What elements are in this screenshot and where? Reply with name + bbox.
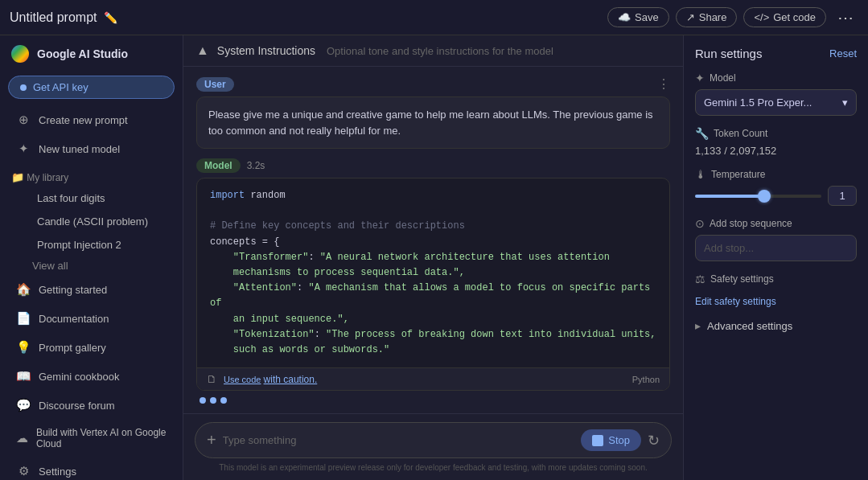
view-all-link[interactable]: View all [0,256,183,275]
sidebar-item-candle[interactable]: Candle (ASCII problem) [5,211,178,232]
model-label: ✦ Model [695,72,857,84]
sidebar-item-vertex[interactable]: ☁ Build with Vertex AI on Google Cloud [5,421,178,456]
get-api-key-button[interactable]: Get API key [8,76,175,99]
code-icon: </> [754,11,769,23]
sidebar-item-gemini-cookbook[interactable]: 📖 Gemini cookbook [5,363,178,390]
sidebar-item-getting-started[interactable]: 🏠 Getting started [5,276,178,303]
temperature-thumb [758,190,771,203]
code-line-8: "Tokenization": "The process of breaking… [210,327,656,343]
attach-button[interactable]: + [207,431,216,449]
code-lang-label: Python [632,375,660,384]
code-footer: 🗋 Use code with caution. Python [197,367,669,390]
my-library-label: My library [27,172,68,183]
code-line-5: mechanisms to process sequential data.", [210,265,656,281]
token-count-value: 1,133 / 2,097,152 [695,145,857,157]
code-line-4: "Transformer": "A neural network archite… [210,250,656,265]
temperature-slider[interactable] [695,195,821,198]
advanced-settings-label: Advanced settings [707,320,792,332]
temp-label-text: Temperature [711,169,765,180]
stop-seq-icon: ⊙ [695,217,705,230]
api-dot-icon [20,84,27,91]
user-message-block: User ⋮ Please give me a unique and creat… [196,76,670,149]
my-library-title: 📁 My library [0,163,183,187]
code-line-7: an input sequence.", [210,312,656,327]
save-button[interactable]: ☁️ Save [607,7,669,27]
code-footer-left: 🗋 Use code with caution. [207,373,317,385]
chevron-down-icon: ▾ [842,96,848,109]
panel-header: Run settings Reset [695,47,857,60]
temp-icon: 🌡 [695,168,706,181]
token-count-section: 🔧 Token Count 1,133 / 2,097,152 [695,127,857,157]
run-settings-panel: Run settings Reset ✦ Model Gemini 1.5 Pr… [683,35,868,480]
get-code-label: Get code [773,11,816,23]
tune-icon: ✦ [16,142,31,156]
new-tuned-label: New tuned model [39,143,120,155]
sidebar-item-prompt-injection[interactable]: Prompt Injection 2 [5,234,178,256]
sidebar-item-new-tuned-model[interactable]: ✦ New tuned model [5,135,178,162]
sidebar-item-documentation[interactable]: 📄 Documentation [5,305,178,332]
edit-safety-link[interactable]: Edit safety settings [695,296,776,307]
sidebar-item-prompt-gallery[interactable]: 💡 Prompt gallery [5,334,178,361]
prompt-title: Untitled prompt [10,10,97,25]
advanced-settings-toggle[interactable]: ▸ Advanced settings [695,319,792,332]
sidebar-header: Google AI Studio [0,35,183,72]
temperature-track [695,195,764,198]
gemini-cookbook-label: Gemini cookbook [39,371,119,383]
model-role-badge: Model [196,158,241,173]
sidebar-item-settings[interactable]: ⚙ Settings [5,457,178,480]
edit-icon[interactable]: ✏️ [104,11,117,24]
chat-area: User ⋮ Please give me a unique and creat… [183,67,683,413]
refresh-button[interactable]: ↻ [648,432,660,449]
model-icon: ✦ [695,72,705,84]
token-icon: 🔧 [695,127,709,140]
documentation-label: Documentation [39,313,109,325]
library-item-2-label: Prompt Injection 2 [37,239,121,251]
api-key-label: Get API key [33,81,88,93]
input-row: + Stop ↻ [195,422,672,458]
system-instructions-toggle[interactable]: ▲ [196,43,209,58]
run-settings-title: Run settings [695,47,762,60]
model-section: ✦ Model Gemini 1.5 Pro Exper... ▾ [695,72,857,116]
user-message-header: User ⋮ [196,76,670,92]
stop-sequence-input[interactable] [695,235,857,261]
prompt-gallery-label: Prompt gallery [39,342,106,354]
share-label: Share [699,11,727,23]
reset-button[interactable]: Reset [829,47,857,59]
stop-label: Stop [608,434,630,446]
share-button[interactable]: ↗ Share [676,7,738,27]
cookbook-icon: 📖 [16,369,31,384]
code-line-9: such as words or subwords." [210,343,656,358]
sidebar-item-discourse[interactable]: 💬 Discourse forum [5,392,178,419]
getting-started-label: Getting started [39,284,107,296]
sidebar-item-create-prompt[interactable]: ⊕ Create new prompt [5,106,178,133]
safety-label-text: Safety settings [710,273,774,285]
model-label-text: Model [710,72,736,84]
library-item-1-label: Candle (ASCII problem) [37,215,148,228]
user-message-options-button[interactable]: ⋮ [657,76,670,92]
model-value: Gemini 1.5 Pro Exper... [704,96,812,109]
doc-icon: 📄 [16,311,31,326]
model-select[interactable]: Gemini 1.5 Pro Exper... ▾ [695,89,857,116]
library-icon: 📁 [11,171,24,183]
content-area: ▲ System Instructions Optional tone and … [183,35,683,480]
more-options-button[interactable]: ⋯ [833,8,858,27]
save-label: Save [635,11,659,23]
get-code-button[interactable]: </> Get code [743,7,826,27]
disclaimer-text: This model is an experimental preview re… [219,463,648,472]
vertex-label: Build with Vertex AI on Google Cloud [36,427,167,449]
save-icon: ☁️ [618,11,631,23]
sidebar-item-last-four[interactable]: Last four digits [5,187,178,209]
cloud-icon: ☁ [16,431,28,445]
safety-icon: ⚖ [695,273,706,285]
code-caution-link[interactable]: with caution. [264,374,318,385]
stop-button[interactable]: Stop [581,429,641,451]
model-message-header: Model 3.2s [196,158,670,173]
discourse-label: Discourse forum [39,400,115,412]
copy-icon: 🗋 [207,373,217,385]
stop-seq-label-text: Add stop sequence [710,218,792,229]
chat-input[interactable] [223,434,575,446]
model-message-block: Model 3.2s import random # Define key co… [196,158,670,410]
input-disclaimer: This model is an experimental preview re… [195,463,672,472]
temperature-label: 🌡 Temperature [695,168,857,181]
temperature-section: 🌡 Temperature 1 [695,168,857,206]
